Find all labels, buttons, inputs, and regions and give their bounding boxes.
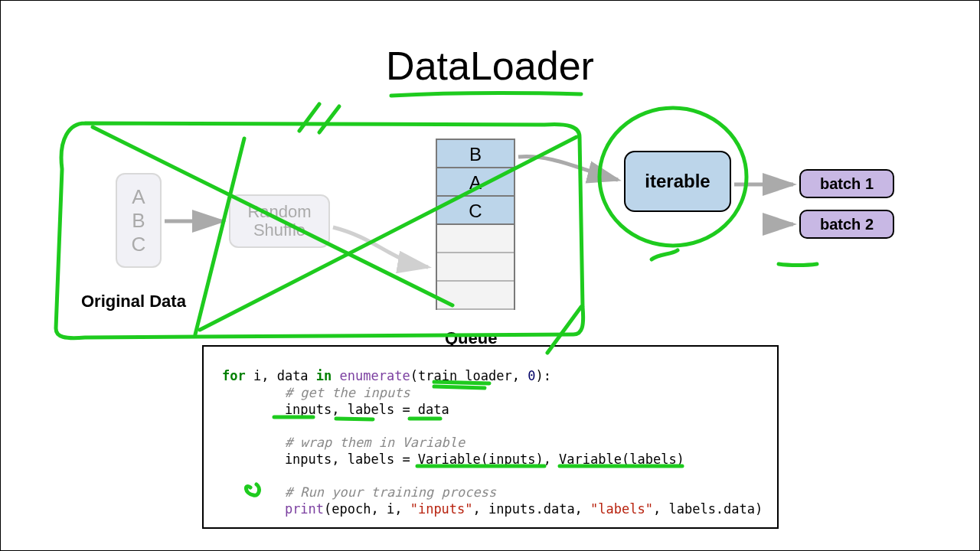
- code-str: "inputs": [410, 501, 473, 517]
- svg-line-3: [299, 104, 319, 131]
- code-fn-print: print: [285, 501, 324, 517]
- original-data-box: A B C: [116, 173, 162, 268]
- iterable-box: iterable: [624, 151, 731, 212]
- code-text: ):: [535, 368, 550, 383]
- random-shuffle-box: Random Shuffle: [229, 194, 330, 248]
- shuffle-line1: Random: [247, 203, 311, 221]
- code-comment: # get the inputs: [222, 385, 410, 400]
- queue-cell-empty-0: [437, 225, 514, 253]
- svg-line-4: [319, 106, 339, 132]
- batch-2-box: batch 2: [799, 210, 894, 239]
- code-text: (epoch, i,: [324, 501, 410, 517]
- orig-item-b: B: [132, 209, 145, 233]
- queue-cell-empty-2: [437, 282, 514, 310]
- orig-item-c: C: [132, 233, 146, 256]
- code-str: "labels": [590, 501, 653, 517]
- code-text: (train_loader,: [410, 368, 528, 383]
- queue-box: B A C: [436, 139, 515, 310]
- code-fn-enumerate: enumerate: [340, 368, 410, 383]
- code-line: inputs, labels = Variable(inputs), Varia…: [222, 452, 684, 467]
- queue-cell-empty-1: [437, 253, 514, 282]
- code-comment: # wrap them in Variable: [222, 435, 465, 450]
- orig-item-a: A: [132, 185, 145, 209]
- batch-1-box: batch 1: [799, 169, 894, 198]
- code-num: 0: [528, 368, 535, 383]
- code-comment: # Run your training process: [222, 484, 496, 500]
- code-kw-in: in: [316, 368, 332, 383]
- code-text: i, data: [246, 368, 316, 383]
- queue-cell-1: A: [437, 168, 514, 197]
- code-kw-for: for: [222, 368, 246, 383]
- code-text: [222, 501, 285, 517]
- code-text: , inputs.data,: [473, 501, 591, 517]
- original-data-label: Original Data: [81, 292, 186, 311]
- code-line: inputs, labels = data: [222, 402, 449, 417]
- queue-cell-2: C: [437, 197, 514, 225]
- code-block: for i, data in enumerate(train_loader, 0…: [202, 345, 779, 529]
- shuffle-line2: Shuffle: [253, 221, 305, 240]
- queue-cell-0: B: [437, 140, 514, 168]
- code-text: , labels.data): [653, 501, 763, 517]
- code-text: [332, 368, 339, 383]
- page-title: DataLoader: [1, 43, 979, 89]
